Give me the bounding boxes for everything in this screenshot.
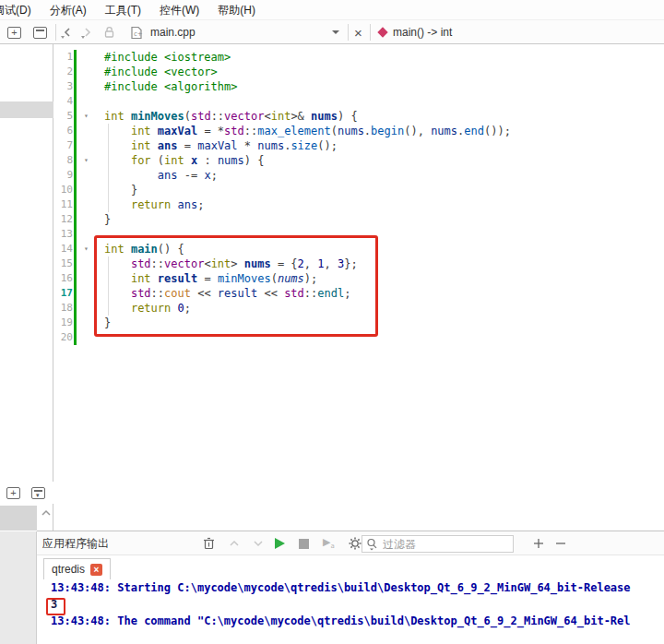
code-line[interactable]: 8▾ for (int x : nums) { (53, 153, 664, 168)
line-number[interactable]: 5 (53, 109, 73, 124)
output-panel-title: 应用程序输出 (42, 536, 109, 552)
split-editor-button[interactable]: + (7, 20, 21, 44)
tab-close-icon[interactable]: × (90, 564, 102, 576)
go-back-button[interactable] (63, 20, 72, 44)
sidebar-bottom-toolbar: + ▾ (0, 482, 53, 504)
split-menu-icon[interactable]: ▾ (31, 487, 45, 499)
code-text: int maxVal = *std::max_element(nums.begi… (104, 124, 664, 138)
code-line[interactable]: 9 ans -= x; (53, 168, 664, 183)
go-forward-button[interactable] (83, 20, 92, 44)
trash-icon (203, 537, 215, 550)
clear-output-button[interactable] (203, 531, 215, 555)
toolbar-separator (370, 24, 371, 41)
fold-marker-icon[interactable]: ▾ (73, 109, 104, 124)
scroll-up-arrow[interactable] (41, 509, 52, 517)
editor-toolbar: + c+ main.cpp × main() -> (0, 20, 664, 44)
code-line[interactable]: 18 return 0; (53, 301, 664, 316)
line-number[interactable]: 8 (53, 153, 73, 168)
code-line[interactable]: 15 std::vector<int> nums = {2, 1, 3}; (53, 256, 664, 271)
line-number[interactable]: 19 (53, 316, 73, 330)
output-tab-bar: qtredis × (37, 555, 664, 579)
code-line[interactable]: 17 std::cout << result << std::endl; (53, 286, 664, 301)
stop-button[interactable] (299, 531, 309, 555)
output-panel-header: 应用程序输出 ▶a (37, 531, 664, 555)
cpp-file-icon: c+ (130, 20, 143, 44)
close-document-button[interactable]: × (354, 20, 362, 44)
maximize-output-button[interactable] (533, 531, 544, 555)
fold-marker-icon[interactable]: ▾ (73, 153, 104, 168)
line-number[interactable]: 3 (53, 79, 73, 94)
symbol-selector[interactable]: main() -> int (393, 20, 452, 44)
run-button[interactable] (275, 531, 285, 555)
code-line[interactable]: 3#include <algorithm> (53, 79, 664, 94)
rerun-attach-button[interactable]: ▶a (323, 531, 335, 555)
previous-item-button[interactable] (229, 531, 240, 555)
code-line[interactable]: 19} (53, 316, 664, 330)
close-split-button[interactable] (33, 20, 47, 44)
line-number[interactable]: 9 (53, 168, 73, 183)
code-line[interactable]: 13 (53, 227, 664, 242)
line-number[interactable]: 1 (53, 50, 73, 65)
code-line[interactable]: 20 (53, 330, 664, 345)
line-number[interactable]: 4 (53, 94, 73, 109)
filter-input[interactable] (383, 538, 493, 551)
minimize-output-button[interactable] (555, 531, 566, 555)
code-line[interactable]: 10 } (53, 183, 664, 197)
filter-field-container (362, 535, 514, 553)
code-line[interactable]: 5▾int minMoves(std::vector<int>& nums) { (53, 109, 664, 124)
line-number[interactable]: 6 (53, 124, 73, 138)
code-line[interactable]: 16 int result = minMoves(nums); (53, 271, 664, 286)
code-text: int ans = maxVal * nums.size(); (104, 138, 664, 153)
code-text: #include <iostream> (104, 50, 664, 65)
line-number[interactable]: 12 (53, 212, 73, 227)
menu-item[interactable]: 调试(D) (0, 0, 41, 20)
output-status-line: 13:43:48: Starting C:\mycode\mycode\qtre… (37, 579, 664, 596)
code-line[interactable]: 11 return ans; (53, 197, 664, 212)
toolbar-separator (348, 24, 349, 41)
fold-marker-icon[interactable]: ▾ (73, 242, 104, 256)
pin-file-button[interactable] (103, 20, 115, 44)
menu-item[interactable]: 工具(T) (96, 0, 150, 20)
open-file-name[interactable]: main.cpp (150, 20, 196, 44)
line-number[interactable]: 17 (53, 286, 73, 301)
output-text-area[interactable]: 13:43:48: Starting C:\mycode\mycode\qtre… (37, 579, 664, 644)
fold-column (73, 301, 104, 316)
menu-item[interactable]: 分析(A) (41, 0, 96, 20)
code-line[interactable]: 14▾int main() { (53, 242, 664, 256)
minus-icon (555, 538, 566, 549)
document-dropdown-button[interactable] (332, 20, 339, 44)
code-line[interactable]: 12} (53, 212, 664, 227)
split-remove-icon (33, 27, 47, 39)
output-settings-button[interactable] (349, 531, 362, 555)
qt-creator-window: 调试(D)分析(A)工具(T)控件(W)帮助(H) + c+ main.cpp (0, 0, 664, 644)
output-tab-qtredis[interactable]: qtredis × (43, 558, 111, 579)
code-line[interactable]: 2#include <vector> (53, 65, 664, 79)
code-line[interactable]: 1#include <iostream> (53, 50, 664, 65)
code-text: #include <vector> (104, 65, 664, 79)
split-add-icon[interactable]: + (6, 487, 20, 499)
line-number[interactable]: 14 (53, 242, 73, 256)
line-number[interactable]: 16 (53, 271, 73, 286)
code-line[interactable]: 7 int ans = maxVal * nums.size(); (53, 138, 664, 153)
line-number[interactable]: 13 (53, 227, 73, 242)
line-number[interactable]: 15 (53, 256, 73, 271)
code-line[interactable]: 4 (53, 94, 664, 109)
menu-item[interactable]: 帮助(H) (208, 0, 265, 20)
fold-column (73, 168, 104, 183)
sidebar-selected-row[interactable] (0, 101, 53, 118)
line-number[interactable]: 11 (53, 197, 73, 212)
next-item-button[interactable] (253, 531, 264, 555)
menu-item[interactable]: 控件(W) (150, 0, 208, 20)
run-debug-icon: ▶a (323, 536, 335, 550)
line-number[interactable]: 7 (53, 138, 73, 153)
line-number[interactable]: 2 (53, 65, 73, 79)
line-number[interactable]: 18 (53, 301, 73, 316)
forward-history-caret (81, 36, 85, 39)
code-editor[interactable]: 1#include <iostream>2#include <vector>3#… (53, 44, 664, 531)
line-number[interactable]: 10 (53, 183, 73, 197)
code-text: ans -= x; (104, 168, 664, 183)
code-line[interactable]: 6 int maxVal = *std::max_element(nums.be… (53, 124, 664, 138)
code-text: return ans; (104, 197, 664, 212)
line-number[interactable]: 20 (53, 330, 73, 345)
fold-column (73, 124, 104, 138)
